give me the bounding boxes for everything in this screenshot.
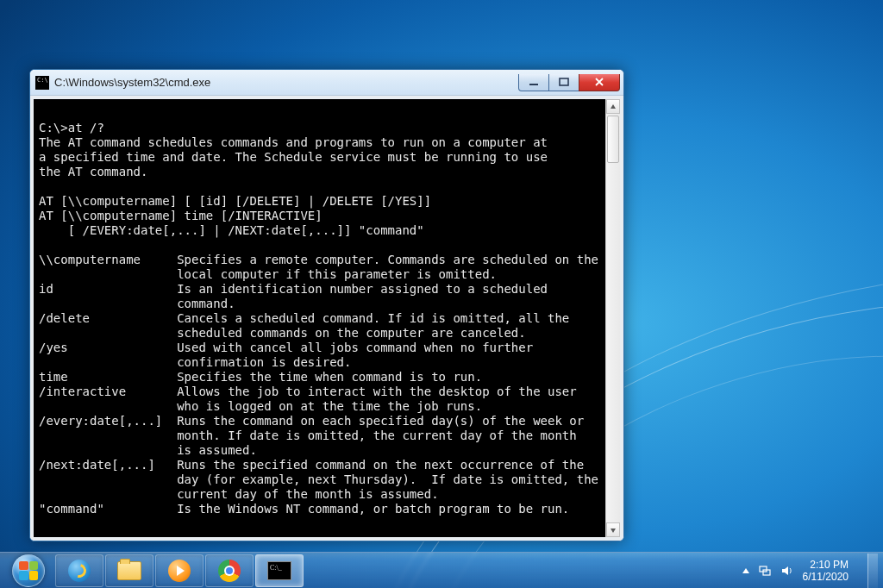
taskbar: 2:10 PM 6/11/2020 xyxy=(0,552,883,588)
titlebar[interactable]: C:\Windows\system32\cmd.exe xyxy=(30,70,623,96)
taskbar-clock[interactable]: 2:10 PM 6/11/2020 xyxy=(803,559,852,583)
taskbar-item-internet-explorer[interactable] xyxy=(55,554,103,587)
vertical-scrollbar[interactable] xyxy=(605,99,620,537)
show-desktop-button[interactable] xyxy=(867,554,878,588)
taskbar-item-file-explorer[interactable] xyxy=(105,554,153,587)
scroll-down-button[interactable] xyxy=(606,522,620,537)
taskbar-item-media-player[interactable] xyxy=(155,554,204,587)
scroll-thumb[interactable] xyxy=(607,116,619,163)
start-button[interactable] xyxy=(5,554,52,588)
cmd-icon xyxy=(267,561,291,580)
media-player-icon xyxy=(168,560,191,582)
volume-icon[interactable] xyxy=(780,564,794,578)
network-icon[interactable] xyxy=(758,564,772,578)
clock-time: 2:10 PM xyxy=(803,559,849,571)
scroll-up-button[interactable] xyxy=(606,99,620,114)
svg-rect-1 xyxy=(560,78,568,85)
ie-icon xyxy=(68,560,91,582)
system-tray: 2:10 PM 6/11/2020 xyxy=(742,554,878,588)
windows-logo-icon xyxy=(12,554,45,587)
window-title: C:\Windows\system32\cmd.exe xyxy=(54,76,519,89)
tray-overflow-icon[interactable] xyxy=(742,568,749,573)
console-output[interactable]: C:\>at /? The AT command schedules comma… xyxy=(34,99,605,537)
cmd-window: C:\Windows\system32\cmd.exe C:\>at /? Th… xyxy=(29,69,624,541)
taskbar-item-chrome[interactable] xyxy=(205,554,254,587)
cmd-app-icon xyxy=(35,76,49,90)
taskbar-item-cmd[interactable] xyxy=(255,554,304,587)
minimize-button[interactable] xyxy=(518,74,549,91)
chrome-icon xyxy=(218,560,241,582)
maximize-button[interactable] xyxy=(548,74,579,91)
clock-date: 6/11/2020 xyxy=(803,571,849,583)
svg-rect-0 xyxy=(529,84,538,85)
close-button[interactable] xyxy=(579,74,620,91)
scroll-track[interactable] xyxy=(606,114,620,522)
window-client-area: C:\>at /? The AT command schedules comma… xyxy=(30,96,623,541)
folder-icon xyxy=(117,561,141,580)
